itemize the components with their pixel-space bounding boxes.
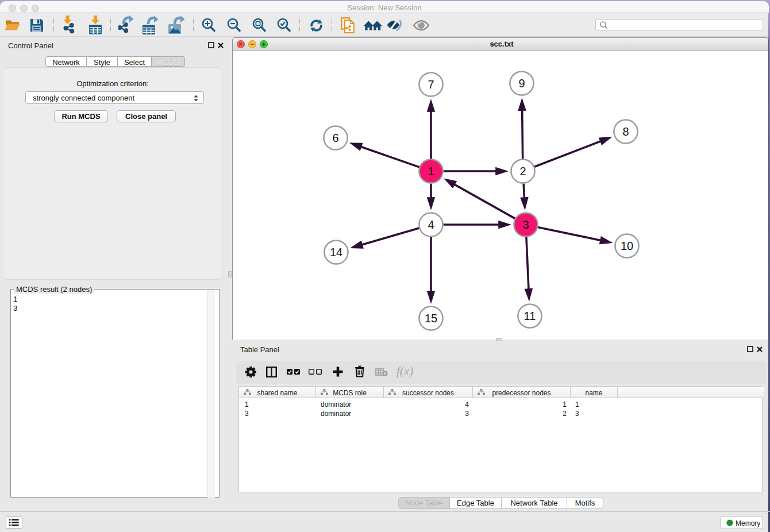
svg-text:1: 1 [428,165,434,178]
svg-text:8: 8 [622,125,629,138]
svg-text:11: 11 [524,310,536,322]
svg-text:4: 4 [428,218,434,231]
svg-text:15: 15 [425,312,437,325]
svg-text:9: 9 [518,77,525,90]
svg-text:6: 6 [332,132,338,144]
svg-text:14: 14 [330,246,342,259]
svg-text:7: 7 [428,78,434,91]
svg-text:3: 3 [522,218,529,231]
svg-text:2: 2 [519,165,526,178]
svg-text:10: 10 [621,240,633,252]
